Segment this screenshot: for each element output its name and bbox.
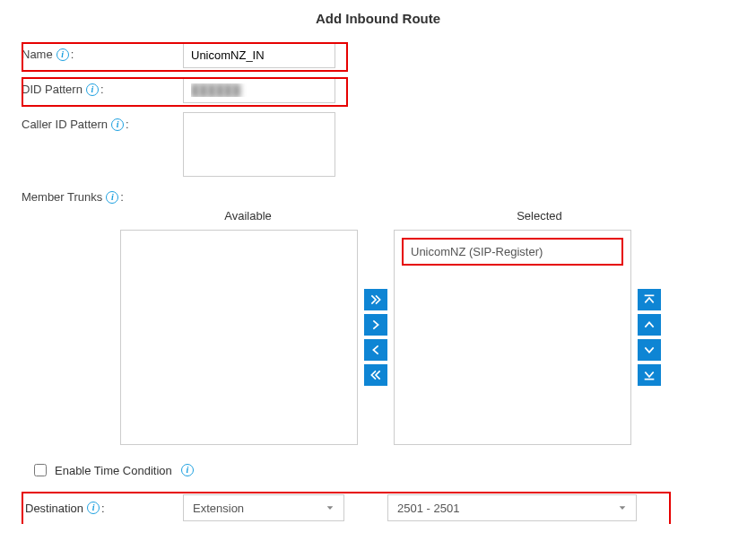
label-destination: Destination i :	[22, 502, 183, 515]
colon: :	[71, 48, 74, 61]
colon: :	[120, 190, 124, 204]
info-icon[interactable]: i	[87, 502, 100, 514]
did-pattern-input[interactable]	[183, 77, 335, 103]
available-header: Available	[120, 209, 376, 230]
info-icon[interactable]: i	[111, 118, 124, 131]
move-down-button[interactable]	[638, 339, 661, 361]
chevron-down-icon	[618, 502, 627, 515]
selected-listbox[interactable]: UnicomNZ (SIP-Register)	[394, 230, 631, 445]
move-left-button[interactable]	[364, 339, 387, 361]
member-trunks-panel: Available Selected Unicom	[22, 209, 734, 445]
info-icon[interactable]: i	[56, 48, 69, 61]
move-all-left-button[interactable]	[364, 364, 387, 386]
svg-marker-2	[327, 506, 334, 510]
destination-value-text: 2501 - 2501	[397, 502, 459, 515]
chevron-left-icon	[369, 343, 383, 357]
colon: :	[126, 118, 129, 131]
available-listbox[interactable]	[120, 230, 358, 445]
chevron-top-icon	[642, 292, 656, 307]
enable-time-condition-checkbox[interactable]	[34, 464, 47, 476]
destination-value-select[interactable]: 2501 - 2501	[387, 494, 637, 521]
chevron-down-icon	[326, 502, 335, 515]
selected-header: Selected	[412, 209, 667, 230]
info-icon[interactable]: i	[86, 83, 99, 96]
list-item[interactable]: UnicomNZ (SIP-Register)	[402, 238, 623, 266]
caller-id-label-text: Caller ID Pattern	[22, 118, 108, 131]
destination-label-text: Destination	[25, 502, 83, 515]
label-name: Name i :	[22, 42, 183, 61]
move-buttons-column	[358, 230, 394, 445]
chevron-up-icon	[642, 318, 656, 332]
row-did-pattern: DID Pattern i :	[22, 77, 734, 103]
info-icon[interactable]: i	[181, 464, 194, 476]
info-icon[interactable]: i	[106, 191, 118, 204]
label-member-trunks: Member Trunks i :	[22, 188, 183, 204]
move-bottom-button[interactable]	[638, 364, 661, 386]
row-name: Name i :	[22, 42, 734, 68]
label-did-pattern: DID Pattern i :	[22, 77, 183, 96]
row-member-trunks-label: Member Trunks i :	[22, 188, 734, 204]
colon: :	[101, 502, 105, 515]
caller-id-pattern-input[interactable]	[183, 112, 335, 177]
double-chevron-right-icon	[369, 292, 383, 307]
double-chevron-left-icon	[369, 368, 383, 382]
time-condition-label: Enable Time Condition	[55, 464, 172, 477]
move-top-button[interactable]	[638, 289, 661, 310]
label-caller-id-pattern: Caller ID Pattern i :	[22, 112, 183, 131]
row-destination: Destination i : Extension 2501 - 2501	[22, 492, 734, 524]
row-time-condition: Enable Time Condition i	[30, 461, 734, 479]
destination-type-select[interactable]: Extension	[183, 494, 344, 521]
row-caller-id-pattern: Caller ID Pattern i :	[22, 112, 734, 179]
name-label-text: Name	[22, 48, 53, 61]
colon: :	[100, 83, 104, 96]
did-pattern-label-text: DID Pattern	[22, 83, 83, 96]
name-input[interactable]	[183, 42, 335, 68]
move-all-right-button[interactable]	[364, 289, 387, 310]
chevron-right-icon	[369, 318, 383, 332]
move-up-button[interactable]	[638, 314, 661, 336]
member-trunks-label-text: Member Trunks	[22, 190, 102, 204]
chevron-bottom-icon	[642, 368, 656, 382]
move-right-button[interactable]	[364, 314, 387, 336]
chevron-down-icon	[642, 343, 656, 357]
page-title: Add Inbound Route	[0, 0, 756, 42]
svg-marker-3	[620, 506, 626, 510]
destination-type-value: Extension	[193, 502, 244, 515]
order-buttons-column	[631, 230, 667, 445]
